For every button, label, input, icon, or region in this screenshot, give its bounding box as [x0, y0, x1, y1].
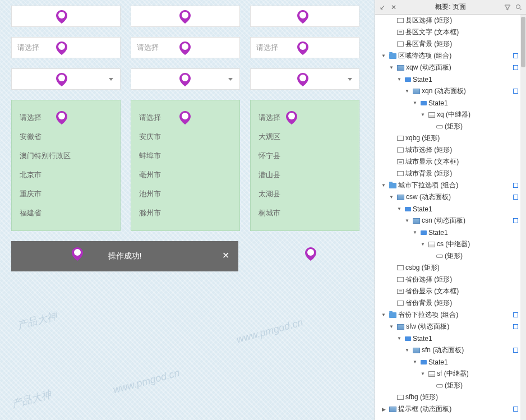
expand-toggle[interactable]	[411, 358, 419, 366]
expand-toggle[interactable]	[419, 111, 427, 119]
tree-row[interactable]: 城市显示 (文本框)	[375, 156, 520, 168]
tree-row[interactable]: sfbg (矩形)	[375, 391, 520, 403]
annotation-pin-11[interactable]: 11	[297, 73, 308, 86]
list-item[interactable]: 桐城市	[251, 204, 359, 223]
list-item[interactable]: 怀宁县	[251, 146, 359, 165]
tree-row[interactable]: xqn (动态面板)	[375, 85, 520, 97]
expand-toggle[interactable]	[387, 64, 395, 72]
expand-toggle[interactable]	[403, 87, 411, 95]
tree-row[interactable]: ▶提示框 (动态面板)	[375, 403, 520, 415]
tree-row[interactable]: sfn (动态面板)	[375, 344, 520, 356]
dpanel-icon	[389, 407, 396, 412]
tree-row[interactable]: xqw (动态面板)	[375, 62, 520, 73]
expand-toggle[interactable]	[411, 99, 419, 107]
tree-row[interactable]: State1	[375, 227, 520, 238]
annotation-pin-1[interactable]: 1	[56, 10, 67, 24]
tree-label: 省份显示 (文本框)	[405, 287, 518, 296]
tree-row[interactable]: csn (动态面板)	[375, 215, 520, 227]
expand-toggle[interactable]	[403, 347, 411, 354]
close-panel-icon[interactable]: ✕	[390, 3, 398, 11]
list-item[interactable]: 滁州市	[131, 204, 239, 223]
annotation-pin-13[interactable]: 13	[72, 247, 83, 261]
list-item[interactable]: 安庆市	[131, 127, 239, 146]
tree-row[interactable]: 省份下拉选项 (组合)	[375, 309, 520, 321]
collapse-icon[interactable]: ↙	[379, 3, 386, 11]
annotation-pin-4[interactable]: 4	[56, 111, 67, 124]
tree-row[interactable]: 区域待选项 (组合)	[375, 50, 520, 62]
annotation-pin-14[interactable]: 14	[305, 247, 316, 261]
filter-icon[interactable]	[504, 3, 511, 11]
annotation-pin-12[interactable]: 12	[286, 111, 297, 124]
tree-row[interactable]: sfw (动态面板)	[375, 321, 520, 333]
tree-row[interactable]: xq (中继器)	[375, 109, 520, 121]
text-icon	[397, 289, 404, 294]
list-item[interactable]: 池州市	[131, 184, 239, 204]
tree-row[interactable]: (矩形)	[375, 380, 520, 391]
list-item[interactable]: 请选择	[251, 108, 359, 127]
expand-toggle	[387, 288, 395, 296]
tree-row[interactable]: 县区背景 (矩形)	[375, 38, 520, 50]
annotation-pin-7[interactable]: 7	[179, 73, 191, 86]
expand-toggle[interactable]	[395, 76, 403, 84]
expand-toggle[interactable]	[380, 182, 387, 190]
tree-row[interactable]: sf (中继器)	[375, 368, 520, 380]
close-icon[interactable]: ✕	[222, 250, 229, 261]
tree-row[interactable]: csbg (矩形)	[375, 262, 520, 274]
expand-toggle[interactable]	[380, 52, 387, 60]
expand-toggle[interactable]	[403, 217, 411, 225]
annotation-pin-9[interactable]: 9	[297, 10, 308, 24]
list-item[interactable]: 澳门特别行政区	[12, 146, 120, 165]
list-item[interactable]: 福建省	[12, 204, 120, 223]
expand-toggle[interactable]	[387, 193, 395, 201]
outline-tree[interactable]: 县区选择 (矩形)县区文字 (文本框)县区背景 (矩形)区域待选项 (组合)xq…	[375, 15, 526, 420]
tree-row[interactable]: State1	[375, 333, 520, 344]
tree-row[interactable]: 县区选择 (矩形)	[375, 15, 520, 26]
expand-toggle[interactable]	[387, 323, 395, 331]
district-options[interactable]: 请选择大观区怀宁县潜山县太湖县桐城市	[250, 100, 359, 231]
tree-row[interactable]: State1	[375, 203, 520, 215]
annotation-pin-5[interactable]: 5	[179, 10, 191, 24]
list-item[interactable]: 重庆市	[12, 184, 120, 204]
tree-row[interactable]: 城市背景 (矩形)	[375, 168, 520, 179]
expand-toggle[interactable]	[411, 229, 419, 237]
tree-row[interactable]: State1	[375, 97, 520, 109]
tree-label: 县区选择 (矩形)	[405, 16, 518, 25]
tree-row[interactable]: 城市下拉选项 (组合)	[375, 179, 520, 191]
annotation-pin-2[interactable]: 2	[56, 41, 67, 55]
tree-label: State1	[413, 335, 518, 343]
tree-row[interactable]: 城市选择 (矩形)	[375, 144, 520, 156]
search-icon[interactable]	[515, 3, 523, 11]
annotation-pin-10[interactable]: 10	[297, 41, 308, 55]
tree-row[interactable]: (矩形)	[375, 250, 520, 262]
tree-label: csn (动态面板)	[422, 216, 511, 225]
annotation-pin-6[interactable]: 6	[179, 41, 191, 55]
expand-toggle[interactable]: ▶	[380, 405, 387, 413]
list-item[interactable]: 安徽省	[12, 127, 120, 146]
list-item[interactable]: 亳州市	[131, 165, 239, 184]
tree-label: (矩形)	[445, 122, 518, 131]
scrollbar-thumb[interactable]	[521, 17, 525, 67]
tree-row[interactable]: (矩形)	[375, 121, 520, 132]
expand-toggle[interactable]	[419, 241, 427, 248]
tree-row[interactable]: csw (动态面板)	[375, 191, 520, 203]
tree-row[interactable]: 县区文字 (文本框)	[375, 26, 520, 38]
list-item[interactable]: 蚌埠市	[131, 146, 239, 165]
expand-toggle[interactable]	[395, 205, 403, 213]
design-canvas[interactable]: 产品大神 www.pmgod.cn www.pmgod.cn 产品大神 请选择 …	[0, 0, 375, 420]
list-item[interactable]: 太湖县	[251, 184, 359, 204]
tree-row[interactable]: State1	[375, 356, 520, 368]
list-item[interactable]: 大观区	[251, 127, 359, 146]
tree-row[interactable]: cs (中继器)	[375, 238, 520, 250]
annotation-pin-8[interactable]: 8	[179, 111, 191, 124]
tree-row[interactable]: 省份选择 (矩形)	[375, 274, 520, 285]
list-item[interactable]: 北京市	[12, 165, 120, 184]
tree-row[interactable]: State1	[375, 73, 520, 85]
expand-toggle[interactable]	[419, 370, 427, 378]
list-item[interactable]: 潜山县	[251, 165, 359, 184]
tree-row[interactable]: xqbg (矩形)	[375, 132, 520, 144]
tree-row[interactable]: 省份背景 (矩形)	[375, 297, 520, 309]
tree-row[interactable]: 省份显示 (文本框)	[375, 285, 520, 297]
expand-toggle[interactable]	[380, 311, 387, 319]
annotation-pin-3[interactable]: 3	[56, 73, 67, 86]
expand-toggle[interactable]	[395, 335, 403, 343]
